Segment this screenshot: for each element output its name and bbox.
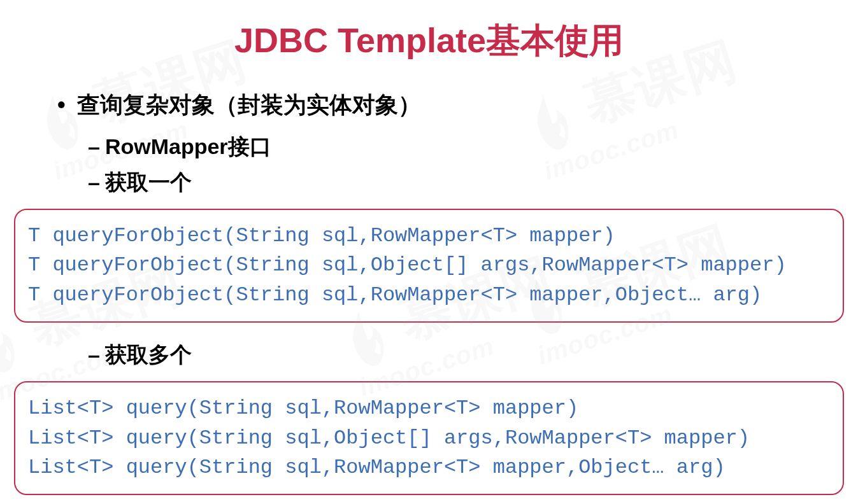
dash-icon: –: [88, 342, 100, 367]
dash-icon: –: [88, 170, 100, 194]
slide-title: JDBC Template基本使用: [0, 18, 858, 64]
code-line: T queryForObject(String sql,Object[] arg…: [28, 253, 787, 277]
code-line: List<T> query(String sql,RowMapper<T> ma…: [28, 396, 578, 420]
bullet-main: • 查询复杂对象（封装为实体对象）: [57, 90, 833, 121]
code-line: List<T> query(String sql,Object[] args,R…: [28, 426, 750, 450]
sub-item-get-one: –获取一个: [88, 168, 833, 197]
code-line: T queryForObject(String sql,RowMapper<T>…: [28, 283, 762, 307]
bullet-main-text: 查询复杂对象（封装为实体对象）: [77, 90, 421, 121]
code-line: List<T> query(String sql,RowMapper<T> ma…: [28, 456, 726, 479]
sub-item-get-many: –获取多个: [88, 340, 833, 370]
code-block-one: T queryForObject(String sql,RowMapper<T>…: [14, 209, 844, 323]
sub-item-rowmapper: –RowMapper接口: [88, 132, 833, 162]
dash-icon: –: [88, 134, 100, 158]
code-block-many: List<T> query(String sql,RowMapper<T> ma…: [14, 381, 844, 495]
code-line: T queryForObject(String sql,RowMapper<T>…: [28, 224, 615, 248]
bullet-dot-icon: •: [57, 92, 66, 118]
